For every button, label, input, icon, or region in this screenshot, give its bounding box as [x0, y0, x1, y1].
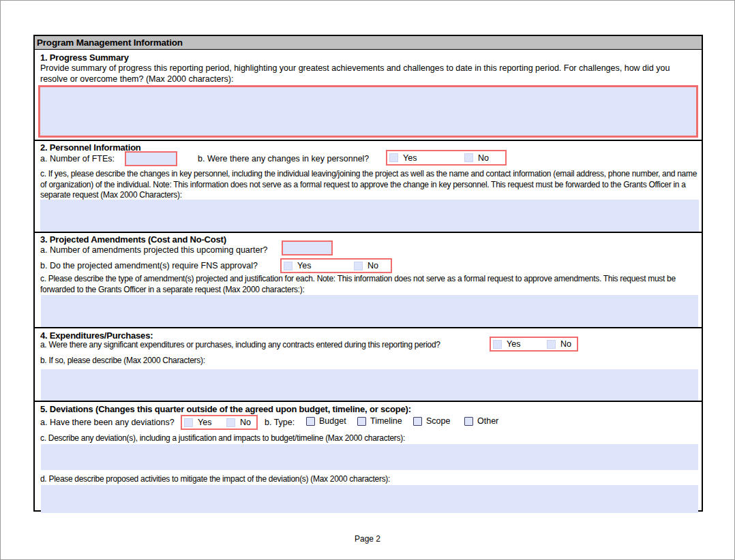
type-option-other: Other — [464, 416, 498, 426]
mitigation-describe-textarea[interactable] — [41, 485, 698, 513]
budget-checkbox[interactable] — [306, 417, 315, 426]
yes-option: Yes — [493, 339, 520, 349]
expenditures-question-label: a. Were there any significant expenditur… — [40, 340, 440, 349]
program-management-form: Program Management Information 1. Progre… — [33, 35, 703, 512]
fns-approval-yes-checkbox[interactable] — [284, 262, 292, 270]
deviations-yes-checkbox[interactable] — [184, 418, 193, 427]
expenditures-yesno-group: Yes No — [490, 337, 578, 352]
key-personnel-question-label: b. Were there any changes in key personn… — [198, 154, 369, 164]
timeline-checkbox[interactable] — [357, 417, 366, 426]
progress-summary-textarea[interactable] — [38, 85, 698, 138]
no-label: No — [368, 261, 378, 270]
expenditures-describe-textarea[interactable] — [41, 369, 698, 401]
other-checkbox[interactable] — [464, 417, 473, 426]
no-option: No — [354, 261, 378, 270]
ftes-input[interactable] — [125, 151, 177, 166]
fns-approval-yesno-group: Yes No — [280, 258, 392, 273]
section-projected-amendments: 3. Projected Amendments (Cost and No-Cos… — [35, 232, 702, 327]
deviations-yesno-group: Yes No — [181, 415, 258, 430]
yes-option: Yes — [284, 261, 311, 270]
fns-approval-question-label: b. Do the projected amendment(s) require… — [40, 261, 258, 270]
fns-approval-no-checkbox[interactable] — [354, 262, 363, 270]
key-personnel-yesno-group: Yes No — [386, 150, 507, 166]
deviation-describe-textarea[interactable] — [41, 444, 698, 470]
section-3-title: 3. Projected Amendments (Cost and No-Cos… — [40, 234, 226, 245]
no-label: No — [240, 418, 251, 427]
budget-label: Budget — [319, 416, 346, 426]
scope-checkbox[interactable] — [413, 417, 422, 426]
deviation-type-label: b. Type: — [265, 418, 295, 427]
form-section-header: Program Management Information — [35, 36, 702, 50]
deviations-question-label: a. Have there been any deviations? — [40, 418, 175, 427]
amendments-count-input[interactable] — [282, 240, 333, 255]
no-option: No — [464, 153, 489, 163]
section-5-title: 5. Deviations (Changes this quarter outs… — [40, 404, 411, 414]
scope-label: Scope — [426, 416, 450, 426]
yes-label: Yes — [403, 153, 417, 163]
section-deviations: 5. Deviations (Changes this quarter outs… — [35, 401, 702, 513]
progress-summary-prompt: Provide summary of progress this reporti… — [40, 63, 696, 84]
expenditures-describe-label: b. If so, please describe (Max 2000 Char… — [40, 356, 205, 365]
pdf-page: Program Management Information 1. Progre… — [0, 0, 735, 560]
key-personnel-describe-textarea[interactable] — [40, 200, 699, 232]
form-title: Program Management Information — [37, 37, 183, 48]
mitigation-describe-label: d. Please describe proposed activities t… — [40, 474, 390, 484]
no-option: No — [547, 339, 571, 349]
type-option-scope: Scope — [413, 416, 450, 426]
amendments-describe-textarea[interactable] — [41, 295, 698, 327]
other-label: Other — [477, 416, 498, 426]
timeline-label: Timeline — [370, 416, 402, 426]
no-option: No — [226, 418, 251, 427]
key-personnel-no-checkbox[interactable] — [464, 153, 473, 162]
type-option-timeline: Timeline — [357, 416, 402, 426]
yes-label: Yes — [507, 339, 520, 349]
type-option-budget: Budget — [306, 416, 346, 426]
page-number: Page 2 — [1, 534, 734, 544]
yes-label: Yes — [198, 418, 211, 427]
no-label: No — [478, 153, 489, 163]
no-label: No — [560, 339, 571, 349]
deviation-describe-label: c. Describe any deviation(s), including … — [40, 433, 405, 443]
section-progress-summary: 1. Progress Summary Provide summary of p… — [35, 50, 702, 140]
yes-label: Yes — [297, 261, 311, 270]
amendments-count-label: a. Number of amendments projected this u… — [40, 245, 268, 255]
yes-option: Yes — [184, 418, 211, 427]
ftes-label: a. Number of FTEs: — [40, 154, 115, 164]
key-personnel-describe-label: c. If yes, please describe the changes i… — [40, 169, 698, 201]
yes-option: Yes — [389, 153, 417, 163]
expenditures-no-checkbox[interactable] — [547, 340, 556, 349]
amendments-describe-label: c. Please describe the type of amendment… — [40, 274, 698, 295]
deviations-no-checkbox[interactable] — [226, 418, 235, 427]
section-expenditures-purchases: 4. Expenditures/Purchases: a. Were there… — [35, 327, 702, 401]
section-1-title: 1. Progress Summary — [40, 52, 129, 63]
key-personnel-yes-checkbox[interactable] — [389, 153, 398, 162]
expenditures-yes-checkbox[interactable] — [493, 340, 502, 349]
section-4-title: 4. Expenditures/Purchases: — [40, 330, 153, 341]
section-personnel-information: 2. Personnel Information a. Number of FT… — [35, 140, 702, 232]
